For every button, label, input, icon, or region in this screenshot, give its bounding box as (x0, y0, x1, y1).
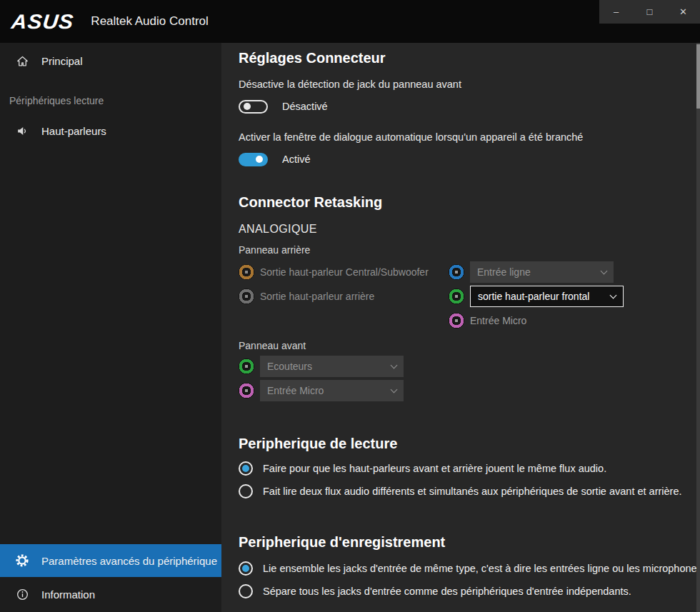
scrollbar-thumb[interactable] (696, 44, 700, 109)
radio-unselected-icon (239, 584, 253, 598)
sidebar: Principal Périphériques lecture Haut-par… (0, 43, 221, 612)
jack-icon-green (449, 289, 464, 304)
window-controls: – □ ✕ (599, 0, 700, 24)
speaker-icon (14, 124, 30, 138)
jack-detection-label: Désactive la détection de jack du pannea… (239, 79, 700, 90)
dropdown-value: Entrée Micro (267, 385, 324, 396)
section-title-connector-settings: Réglages Connecteur (239, 49, 700, 67)
toggle-knob (244, 103, 251, 110)
rear-panel-label: Panneau arrière (239, 244, 700, 256)
jack-detection-toggle[interactable] (239, 100, 268, 114)
auto-dialog-row: Activé (239, 151, 700, 167)
section-title-recording-device: Peripherique d'enregistrement (239, 533, 700, 551)
chevron-down-icon (601, 267, 608, 274)
front-panel-label: Panneau avant (239, 340, 700, 351)
front-panel-rows: Ecouteurs Entrée Micro (239, 354, 700, 403)
sidebar-bottom-group: Paramètres avancés du périphérique Infor… (0, 544, 221, 612)
dropdown-value: Entrée ligne (477, 266, 531, 278)
front-jack-mic: Entrée Micro (239, 378, 700, 403)
auto-dialog-label: Activer la fenêtre de dialogue automatiq… (239, 131, 700, 143)
home-icon (14, 54, 30, 68)
titlebar: ASUS Realtek Audio Control – □ ✕ (0, 0, 700, 43)
sidebar-item-speakers[interactable]: Haut-parleurs (0, 115, 221, 146)
app-window: ASUS Realtek Audio Control – □ ✕ Princip… (0, 0, 700, 612)
jack-icon-pink (449, 313, 464, 328)
jack-icon-grey (239, 289, 254, 304)
radio-label: Faire pour que les haut-parleurs avant e… (263, 463, 606, 474)
playback-options: Faire pour que les haut-parleurs avant e… (239, 457, 700, 503)
sidebar-item-principal[interactable]: Principal (0, 45, 221, 76)
radio-label: Sépare tous les jacks d'entrée comme des… (263, 586, 631, 597)
radio-label: Lie ensemble les jacks d'entrée de même … (263, 563, 697, 574)
radio-selected-icon (239, 461, 253, 476)
headphones-dropdown[interactable]: Ecouteurs (260, 356, 404, 377)
recording-option-tie-jacks[interactable]: Lie ensemble les jacks d'entrée de même … (239, 557, 700, 580)
sidebar-item-information[interactable]: Information (0, 577, 221, 612)
radio-dot (242, 565, 249, 572)
main-content: Réglages Connecteur Désactive la détecti… (221, 43, 700, 612)
recording-options: Lie ensemble les jacks d'entrée de même … (239, 557, 700, 603)
rear-jack-line-in: Entrée ligne (449, 260, 700, 284)
gear-icon (14, 553, 30, 568)
jack-label: Sortie haut-parleur Central/Subwoofer (260, 266, 429, 278)
rear-jack-center-subwoofer: Sortie haut-parleur Central/Subwoofer (239, 260, 449, 284)
toggle-knob (256, 156, 263, 163)
maximize-button[interactable]: □ (633, 0, 666, 24)
auto-dialog-state: Activé (282, 154, 311, 165)
rear-jack-rear-speaker: Sortie haut-parleur arrière (239, 284, 449, 308)
jack-icon-pink (239, 383, 254, 398)
jack-icon-blue (449, 264, 464, 280)
front-speaker-out-dropdown[interactable]: sortie haut-parleur frontal (470, 286, 624, 307)
chevron-down-icon (391, 386, 398, 393)
jack-icon-orange (239, 264, 254, 280)
vertical-scrollbar[interactable] (696, 43, 700, 612)
mic-in-value: Entrée Micro (470, 315, 526, 326)
chevron-down-icon (610, 291, 617, 299)
section-title-connector-retasking: Connector Retasking (239, 193, 700, 211)
asus-logo: ASUS (10, 10, 75, 33)
sidebar-item-label: Information (41, 588, 95, 601)
playback-option-different-streams[interactable]: Fait lire deux flux audio différents et … (239, 480, 700, 503)
sidebar-section-playback-devices: Périphériques lecture (0, 95, 221, 109)
radio-label: Fait lire deux flux audio différents et … (263, 486, 682, 497)
dropdown-value: Ecouteurs (267, 361, 312, 372)
sidebar-item-label: Haut-parleurs (41, 125, 106, 137)
analog-subtitle: ANALOGIQUE (239, 223, 700, 236)
sidebar-item-label: Principal (41, 55, 83, 67)
sidebar-item-label: Paramètres avancés du périphérique (41, 555, 217, 567)
chevron-down-icon (391, 361, 398, 368)
jack-label: Sortie haut-parleur arrière (260, 291, 374, 302)
section-title-playback-device: Peripherique de lecture (239, 434, 700, 453)
recording-option-separate-jacks[interactable]: Sépare tous les jacks d'entrée comme des… (239, 580, 700, 603)
jack-detection-state: Désactivé (282, 101, 328, 112)
app-title: Realtek Audio Control (91, 14, 208, 29)
jack-icon-green (239, 358, 254, 374)
sidebar-item-advanced-settings[interactable]: Paramètres avancés du périphérique (0, 544, 221, 577)
rear-grid-spacer (239, 308, 449, 333)
rear-jack-mic-in: Entrée Micro (449, 308, 700, 333)
radio-dot (242, 465, 249, 472)
front-mic-dropdown[interactable]: Entrée Micro (260, 380, 404, 401)
info-icon (14, 588, 30, 601)
radio-selected-icon (239, 561, 253, 576)
close-button[interactable]: ✕ (666, 0, 700, 24)
rear-panel-grid: Sortie haut-parleur Central/Subwoofer En… (239, 260, 700, 333)
rear-jack-front-speaker-out: sortie haut-parleur frontal (449, 284, 700, 308)
playback-option-same-stream[interactable]: Faire pour que les haut-parleurs avant e… (239, 457, 700, 480)
auto-dialog-toggle[interactable] (239, 153, 268, 166)
line-in-dropdown[interactable]: Entrée ligne (470, 261, 614, 283)
radio-unselected-icon (239, 484, 253, 498)
front-jack-headphones: Ecouteurs (239, 354, 700, 378)
jack-detection-row: Désactivé (239, 99, 700, 114)
minimize-button[interactable]: – (599, 0, 633, 24)
dropdown-value: sortie haut-parleur frontal (478, 291, 589, 302)
